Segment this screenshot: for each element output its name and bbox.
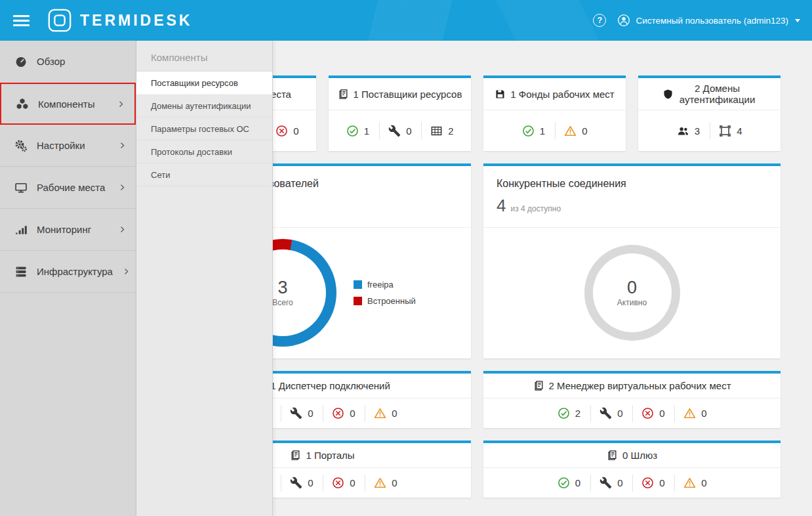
documents-icon (607, 450, 618, 461)
legend-item: freeipa (354, 280, 416, 290)
sidebar-item-infrastructure[interactable]: Инфраструктура (0, 251, 136, 293)
stat-value: 0 (617, 408, 622, 419)
card-title: 1 Диспетчер подключений (270, 380, 390, 391)
stat-value: 0 (659, 408, 664, 419)
sidebar-item-label: Рабочие места (37, 182, 105, 193)
sidebar-item-label: Компоненты (38, 98, 94, 110)
topbar-right: ? Системный пользователь (admin123) (593, 14, 800, 27)
frame-icon (719, 125, 731, 137)
connections-donut-chart: 0 Активно (584, 245, 680, 341)
stat-value: 2 (448, 125, 453, 137)
donut-center: 0 Активно (593, 253, 672, 332)
stat-value: 0 (575, 477, 580, 488)
card-stats: 2 0 0 0 (483, 398, 781, 428)
stat-value: 0 (582, 125, 587, 137)
chevron-right-icon (117, 100, 125, 108)
topbar: TERMIDESK ? Системный пользователь (admi… (0, 0, 812, 41)
submenu-item-delivery-protocols[interactable]: Протоколы доставки (136, 140, 272, 163)
storage-icon (495, 89, 506, 100)
stat-pools: 2 (421, 122, 463, 139)
error-icon (641, 407, 654, 419)
monitoring-icon (14, 223, 28, 236)
error-icon (641, 477, 654, 489)
stat-value: 0 (392, 477, 397, 488)
stat-value: 1 (364, 125, 369, 137)
ok-icon (522, 125, 535, 137)
error-icon (332, 407, 344, 419)
stat-warning: 0 (365, 475, 407, 492)
card-header: 1 Фонды рабочих мест (483, 78, 626, 110)
grid-icon (430, 125, 443, 137)
warning-icon (374, 407, 386, 419)
dashboard-icon (14, 55, 28, 68)
error-icon (275, 125, 288, 137)
submenu-item-networks[interactable]: Сети (136, 163, 272, 186)
stat-maintenance: 0 (281, 405, 323, 422)
sidebar-item-monitoring[interactable]: Мониторинг (0, 209, 136, 251)
stat-value: 0 (308, 408, 313, 419)
chevron-right-icon (122, 267, 131, 276)
card-title: 2 Домены аутентификации (678, 83, 757, 105)
sidebar-item-settings[interactable]: Настройки (0, 125, 136, 167)
stat-value: 0 (406, 125, 411, 137)
chevron-down-icon (795, 19, 800, 22)
card-stats: 0 0 0 0 (483, 468, 781, 498)
documents-icon (290, 450, 301, 461)
stat-ok: 2 (548, 405, 590, 422)
stat-value: 3 (695, 125, 700, 137)
legend-item: Встроенный (354, 296, 416, 306)
warning-icon (564, 125, 577, 137)
submenu-item-resource-providers[interactable]: Поставщики ресурсов (136, 72, 272, 95)
stat-value: 0 (350, 408, 355, 419)
user-label: Системный пользователь (admin123) (636, 16, 788, 26)
stat-maintenance: 0 (379, 122, 421, 139)
user-avatar-icon (617, 14, 630, 27)
sidebar-item-overview[interactable]: Обзор (0, 41, 136, 83)
stat-value: 4 (737, 125, 742, 137)
stat-value: 0 (701, 408, 706, 419)
help-icon[interactable]: ? (593, 14, 606, 27)
stat-value: 2 (575, 408, 580, 419)
termidesk-admin-app: TERMIDESK ? Системный пользователь (admi… (0, 0, 812, 516)
documents-icon (338, 89, 349, 100)
card-header: Конкурентные соединения 4 из 4 доступно (483, 166, 781, 228)
chevron-right-icon (118, 183, 127, 192)
stat-ok: 1 (337, 122, 379, 139)
infrastructure-icon (14, 265, 28, 278)
stat-warning: 0 (674, 475, 716, 492)
card-gateway: 0 Шлюз 0 0 0 (483, 441, 781, 498)
maintenance-icon (290, 407, 302, 419)
donut-total-value: 3 (277, 278, 287, 298)
donut-active-value: 0 (627, 278, 637, 298)
users-icon (677, 125, 689, 137)
submenu-item-auth-domains[interactable]: Домены аутентификации (136, 95, 272, 118)
card-title: 1 Поставщики ресурсов (354, 89, 462, 100)
legend-label: freeipa (367, 280, 394, 290)
brand-title: TERMIDESK (80, 12, 192, 30)
card-title: 2 Менеджер виртуальных рабочих мест (549, 380, 731, 391)
card-body: 0 Активно (483, 228, 781, 358)
sidebar-item-label: Мониторинг (37, 224, 91, 235)
maintenance-icon (388, 125, 401, 137)
stat-ok: 1 (513, 122, 555, 139)
card-stats: 1 0 2 (329, 110, 471, 151)
stat-warning: 0 (555, 122, 597, 139)
workplaces-icon (14, 181, 28, 194)
maintenance-icon (290, 477, 302, 489)
chart-legend: freeipa Встроенный (354, 276, 416, 309)
sidebar-item-components[interactable]: Компоненты (0, 83, 136, 125)
sidebar-item-label: Инфраструктура (37, 266, 113, 277)
stat-value: 0 (659, 477, 664, 488)
card-resource-providers: 1 Поставщики ресурсов 1 0 2 (329, 75, 471, 151)
sidebar-item-workplaces[interactable]: Рабочие места (0, 167, 136, 209)
submenu-item-guest-os-parameters[interactable]: Параметры гостевых ОС (136, 118, 272, 140)
settings-icon (14, 139, 28, 152)
stat-value: 0 (350, 477, 355, 488)
submenu-title: Компоненты (136, 41, 272, 72)
card-title: 1 Порталы (306, 450, 354, 461)
menu-toggle-button[interactable] (12, 12, 31, 29)
user-menu[interactable]: Системный пользователь (admin123) (617, 14, 800, 27)
card-stats: 1 0 (483, 110, 626, 151)
stat-value: 0 (392, 408, 397, 419)
stat-warning: 0 (365, 405, 407, 422)
